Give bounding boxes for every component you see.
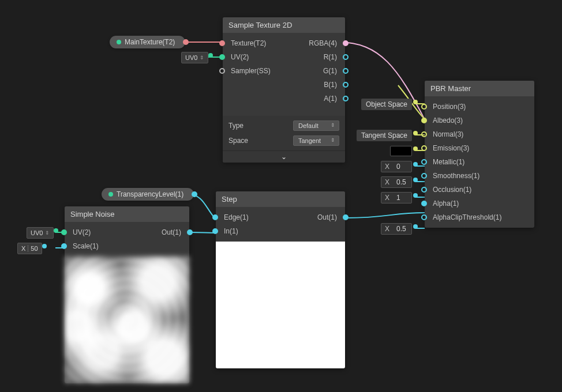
port-dot-icon[interactable]: [421, 201, 427, 206]
port-out-r[interactable]: R(1): [287, 50, 345, 64]
ext-value[interactable]: 0: [396, 163, 408, 171]
port-dot-icon[interactable]: [421, 131, 427, 137]
port-dot-icon[interactable]: [421, 214, 427, 220]
port-label: Normal(3): [433, 130, 463, 138]
port-dot-icon[interactable]: [343, 68, 349, 74]
node-step[interactable]: Step Edge(1) In(1) Out(1): [216, 191, 345, 368]
node-title[interactable]: Step: [216, 191, 345, 207]
port-dot-icon[interactable]: [343, 96, 349, 101]
ext-value[interactable]: 0.5: [396, 225, 408, 233]
ext-prefix: X: [385, 225, 389, 233]
port-label: Position(3): [433, 103, 466, 111]
node-pbr-master[interactable]: PBR Master Position(3) Albedo(3) Normal(…: [425, 81, 534, 228]
port-dot-icon[interactable]: [42, 244, 47, 248]
port-label: Metallic(1): [433, 158, 464, 166]
space-dropdown[interactable]: Tangent: [293, 135, 339, 146]
port-dot-icon[interactable]: [413, 131, 418, 135]
port-label: Out(1): [317, 213, 337, 221]
port-dot-icon[interactable]: [343, 54, 349, 60]
port-dot-icon[interactable]: [421, 118, 427, 123]
port-dot-icon[interactable]: [219, 68, 225, 74]
port-label: Edge(1): [224, 213, 249, 221]
ext-emission-color[interactable]: [390, 146, 412, 156]
port-in-position[interactable]: Position(3): [425, 100, 534, 114]
port-dot-icon[interactable]: [413, 100, 418, 104]
port-in-in[interactable]: In(1): [216, 224, 345, 238]
ext-value[interactable]: 1: [396, 194, 408, 202]
port-dot-icon[interactable]: [208, 53, 213, 58]
port-in-scale[interactable]: Scale(1): [65, 239, 189, 253]
port-label: A(1): [324, 95, 337, 103]
type-dropdown[interactable]: Default: [293, 120, 339, 131]
port-in-normal[interactable]: Normal(3): [425, 127, 534, 141]
node-title[interactable]: Simple Noise: [65, 206, 189, 222]
ext-alphaclip-field[interactable]: X 0.5: [381, 223, 412, 235]
port-dot-icon[interactable]: [183, 39, 189, 45]
port-label: Albedo(3): [433, 116, 463, 125]
ext-prefix: X: [385, 178, 389, 186]
port-dot-icon[interactable]: [343, 82, 349, 88]
port-out-g[interactable]: G(1): [287, 64, 345, 78]
property-pill-transparency-level[interactable]: TransparencyLevel(1): [102, 188, 194, 201]
ext-input-uv0-top[interactable]: UV0 ⇕: [181, 52, 215, 63]
ext-occlusion-field[interactable]: X 1: [381, 192, 412, 203]
updown-icon: ⇕: [200, 55, 204, 60]
port-label: Scale(1): [73, 242, 99, 250]
port-dot-icon[interactable]: [413, 146, 418, 151]
ext-label: UV0: [31, 229, 43, 236]
port-in-alphaclip[interactable]: AlphaClipThreshold(1): [425, 210, 534, 224]
port-dot-icon[interactable]: [54, 228, 58, 233]
prop-label: Type: [228, 122, 243, 130]
port-dot-icon[interactable]: [413, 224, 418, 229]
port-in-metallic[interactable]: Metallic(1): [425, 155, 534, 169]
prop-type: Type Default: [223, 118, 345, 133]
ext-prefix: X: [385, 194, 389, 202]
ext-input-uv0-noise[interactable]: UV0 ⇕: [27, 227, 61, 239]
ext-smoothness-field[interactable]: X 0.5: [381, 176, 412, 188]
node-title[interactable]: PBR Master: [425, 81, 534, 96]
port-dot-icon[interactable]: [61, 229, 67, 235]
port-dot-icon[interactable]: [219, 40, 225, 46]
port-dot-icon[interactable]: [413, 162, 418, 167]
port-dot-icon[interactable]: [212, 214, 218, 220]
port-out-out[interactable]: Out(1): [287, 210, 345, 224]
node-preview-step: [216, 242, 345, 368]
node-sample-texture-2d[interactable]: Sample Texture 2D Texture(T2) UV(2) Samp…: [223, 17, 345, 163]
port-dot-icon[interactable]: [343, 40, 349, 46]
node-simple-noise[interactable]: Simple Noise UV(2) Scale(1) Out(1): [65, 206, 189, 383]
port-in-emission[interactable]: Emission(3): [425, 141, 534, 155]
port-out-a[interactable]: A(1): [287, 92, 345, 105]
port-dot-icon[interactable]: [219, 54, 225, 60]
node-expand-toggle[interactable]: ⌄: [223, 150, 345, 163]
port-dot-icon[interactable]: [212, 228, 218, 234]
port-label: Occlusion(1): [433, 186, 471, 194]
port-dot-icon[interactable]: [343, 214, 349, 220]
port-label: Alpha(1): [433, 199, 459, 208]
property-pill-main-texture[interactable]: MainTexture(T2): [110, 36, 185, 48]
port-dot-icon[interactable]: [413, 193, 418, 198]
port-dot-icon[interactable]: [192, 191, 197, 197]
port-dot-icon[interactable]: [413, 178, 418, 182]
port-dot-icon[interactable]: [421, 159, 427, 165]
port-dot-icon[interactable]: [61, 243, 67, 249]
port-in-albedo[interactable]: Albedo(3): [425, 114, 534, 127]
port-dot-icon[interactable]: [421, 173, 427, 179]
port-dot-icon[interactable]: [187, 229, 193, 235]
port-in-smoothness[interactable]: Smoothness(1): [425, 169, 534, 183]
port-in-alpha[interactable]: Alpha(1): [425, 197, 534, 210]
port-dot-icon[interactable]: [421, 104, 427, 110]
port-in-occlusion[interactable]: Occlusion(1): [425, 183, 534, 197]
port-out-out[interactable]: Out(1): [132, 225, 189, 239]
ext-normal-space[interactable]: Tangent Space: [357, 130, 412, 141]
port-dot-icon[interactable]: [421, 145, 427, 151]
ext-position-space[interactable]: Object Space: [361, 99, 412, 110]
port-dot-icon[interactable]: [421, 187, 427, 193]
node-title[interactable]: Sample Texture 2D: [223, 17, 345, 33]
port-label: Sampler(SS): [231, 67, 271, 75]
ext-value[interactable]: 50: [31, 245, 38, 252]
ext-metallic-field[interactable]: X 0: [381, 161, 412, 172]
port-out-rgba[interactable]: RGBA(4): [287, 36, 345, 50]
ext-input-scale-noise[interactable]: X 50: [17, 243, 49, 254]
port-out-b[interactable]: B(1): [287, 78, 345, 92]
ext-value[interactable]: 0.5: [396, 178, 408, 186]
